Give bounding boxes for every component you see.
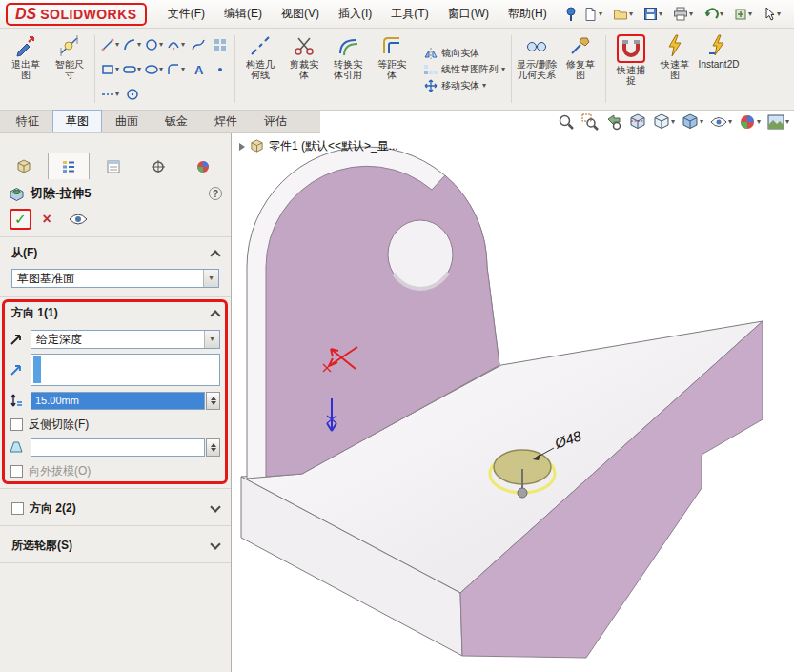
arc3point-tool-icon[interactable]: ▾ bbox=[167, 38, 185, 51]
displaymanager-tab-icon[interactable] bbox=[182, 153, 224, 179]
dropdown-caret[interactable]: ▾ bbox=[204, 331, 219, 348]
hide-show-items-icon[interactable]: ▾ bbox=[709, 115, 733, 129]
display-delete-relations-button[interactable]: 显示/删除几何关系 bbox=[515, 31, 559, 108]
trim-entities-button[interactable]: 剪裁实体 bbox=[282, 31, 326, 108]
menu-view[interactable]: 视图(V) bbox=[274, 3, 327, 25]
offset-entities-button[interactable]: 等距实体 bbox=[370, 31, 414, 108]
exit-sketch-button[interactable]: 退出草图 bbox=[4, 31, 48, 108]
construction-geometry-icon bbox=[249, 34, 272, 57]
save-button[interactable]: ▾ bbox=[640, 4, 666, 24]
circle2-tool-icon[interactable] bbox=[126, 88, 139, 101]
expand-tree-icon[interactable] bbox=[239, 143, 245, 151]
tab-features[interactable]: 特征 bbox=[3, 110, 52, 132]
dimxpertmanager-tab-icon[interactable] bbox=[137, 153, 179, 179]
spin-up-icon[interactable] bbox=[211, 440, 216, 447]
propertymanager-tab-icon[interactable] bbox=[48, 153, 90, 179]
zoom-fit-icon[interactable] bbox=[557, 112, 576, 132]
spin-down-icon[interactable] bbox=[211, 448, 216, 455]
quick-snaps-button[interactable]: 快速捕捉 bbox=[609, 31, 653, 108]
construction-geometry-button[interactable]: 构造几何线 bbox=[238, 31, 282, 108]
spline-tool-icon[interactable] bbox=[192, 38, 205, 51]
arc-tool-icon[interactable]: ▾ bbox=[123, 38, 141, 51]
instant2d-button[interactable]: Instant2D bbox=[697, 31, 741, 108]
rebuild-button[interactable]: ▾ bbox=[730, 5, 756, 24]
direction2-checkbox[interactable] bbox=[11, 502, 24, 515]
spin-down-icon[interactable] bbox=[211, 401, 216, 408]
menu-help[interactable]: 帮助(H) bbox=[500, 3, 555, 25]
preview-eye-icon[interactable] bbox=[69, 214, 88, 225]
spin-up-icon[interactable] bbox=[211, 394, 216, 400]
section-direction1-header[interactable]: 方向 1(1) bbox=[0, 297, 231, 325]
tab-surfaces[interactable]: 曲面 bbox=[102, 110, 152, 132]
menu-edit[interactable]: 编辑(E) bbox=[216, 3, 270, 25]
menu-tools[interactable]: 工具(T) bbox=[383, 3, 436, 25]
select-cursor-button[interactable]: ▾ bbox=[759, 4, 784, 24]
menu-file[interactable]: 文件(F) bbox=[160, 3, 213, 25]
point-tool-icon[interactable] bbox=[214, 63, 227, 76]
direction-reference-box[interactable] bbox=[31, 354, 220, 386]
configurationmanager-tab-icon[interactable] bbox=[92, 153, 134, 179]
cancel-button[interactable]: × bbox=[43, 211, 51, 228]
featuremanager-tab-icon[interactable] bbox=[3, 153, 45, 179]
section-contours-header[interactable]: 所选轮廓(S) bbox=[0, 526, 231, 563]
tab-weldments[interactable]: 焊件 bbox=[201, 110, 251, 132]
tab-sheet-metal[interactable]: 钣金 bbox=[152, 110, 201, 132]
section-from: 从(F) 草图基准面 ▾ bbox=[0, 237, 231, 297]
menu-insert[interactable]: 插入(I) bbox=[331, 3, 379, 25]
heads-up-toolbar-area: ▾ ▾ ▾ ▾ ▾ bbox=[320, 111, 794, 133]
direction-reference-row bbox=[7, 354, 220, 386]
ellipse-tool-icon[interactable]: ▾ bbox=[145, 63, 163, 76]
ds-logo-icon: DS bbox=[15, 6, 36, 23]
fillet-tool-icon[interactable]: ▾ bbox=[167, 63, 185, 76]
slot-tool-icon[interactable]: ▾ bbox=[123, 63, 141, 76]
rapid-sketch-icon bbox=[663, 34, 686, 57]
graphics-area[interactable]: 零件1 (默认<<默认>_显... Ø48 bbox=[232, 133, 794, 672]
sketch-pattern-tool-icon[interactable] bbox=[214, 38, 227, 51]
previous-view-icon[interactable] bbox=[604, 112, 623, 132]
zoom-area-icon[interactable] bbox=[580, 112, 600, 132]
draft-outward-checkbox[interactable] bbox=[10, 465, 23, 478]
new-document-button[interactable]: ▾ bbox=[580, 4, 606, 25]
drag-handle[interactable] bbox=[518, 488, 527, 498]
menu-window[interactable]: 窗口(W) bbox=[440, 3, 497, 25]
repair-sketch-button[interactable]: 修复草图 bbox=[559, 31, 602, 108]
dropdown-caret[interactable]: ▾ bbox=[203, 270, 218, 287]
convert-entities-button[interactable]: 转换实体引用 bbox=[326, 31, 370, 108]
section-from-header[interactable]: 从(F) bbox=[0, 237, 231, 265]
model-3d[interactable]: Ø48 bbox=[232, 133, 794, 672]
print-button[interactable]: ▾ bbox=[669, 4, 697, 24]
text-tool-icon[interactable]: A bbox=[192, 63, 205, 76]
line-tool-icon[interactable]: ▾ bbox=[101, 38, 119, 51]
apply-scene-icon[interactable]: ▾ bbox=[766, 113, 790, 131]
end-condition-dropdown[interactable]: 给定深度 ▾ bbox=[31, 330, 220, 349]
centerline-tool-icon[interactable]: ▾ bbox=[101, 88, 119, 101]
tab-sketch[interactable]: 草图 bbox=[52, 110, 102, 132]
rapid-sketch-button[interactable]: 快速草图 bbox=[653, 31, 697, 108]
direction-arrow-icon[interactable] bbox=[7, 330, 26, 349]
section-view-icon[interactable] bbox=[628, 112, 647, 132]
move-entities-button[interactable]: 移动实体▾ bbox=[423, 79, 505, 92]
undo-button[interactable]: ▾ bbox=[700, 5, 727, 24]
smart-dimension-button[interactable]: 智能尺寸 bbox=[48, 31, 92, 108]
caret-down-icon: ▾ bbox=[629, 10, 633, 18]
draft-spinner[interactable] bbox=[206, 438, 220, 457]
from-dropdown[interactable]: 草图基准面 ▾ bbox=[11, 269, 219, 288]
draft-input[interactable] bbox=[31, 438, 205, 457]
pin-icon[interactable] bbox=[564, 7, 578, 22]
display-style-icon[interactable]: ▾ bbox=[681, 112, 704, 132]
circle-tool-icon[interactable]: ▾ bbox=[145, 38, 163, 51]
edit-appearance-icon[interactable]: ▾ bbox=[738, 112, 762, 132]
rectangle-tool-icon[interactable]: ▾ bbox=[101, 63, 119, 76]
depth-spinner[interactable] bbox=[206, 392, 220, 410]
view-orientation-icon[interactable]: ▾ bbox=[652, 112, 676, 132]
breadcrumb[interactable]: 零件1 (默认<<默认>_显... bbox=[239, 138, 398, 154]
ok-button[interactable]: ✓ bbox=[10, 209, 31, 230]
section-direction2-header[interactable]: 方向 2(2) bbox=[0, 489, 231, 526]
open-button[interactable]: ▾ bbox=[609, 5, 637, 24]
help-icon[interactable]: ? bbox=[209, 187, 222, 200]
tab-evaluate[interactable]: 评估 bbox=[251, 110, 300, 132]
flip-side-checkbox[interactable] bbox=[10, 418, 23, 431]
depth-input[interactable]: 15.00mm bbox=[31, 392, 205, 410]
mirror-entities-button[interactable]: 镜向实体 bbox=[423, 47, 505, 60]
linear-sketch-pattern-button[interactable]: 线性草图阵列▾ bbox=[423, 63, 505, 76]
